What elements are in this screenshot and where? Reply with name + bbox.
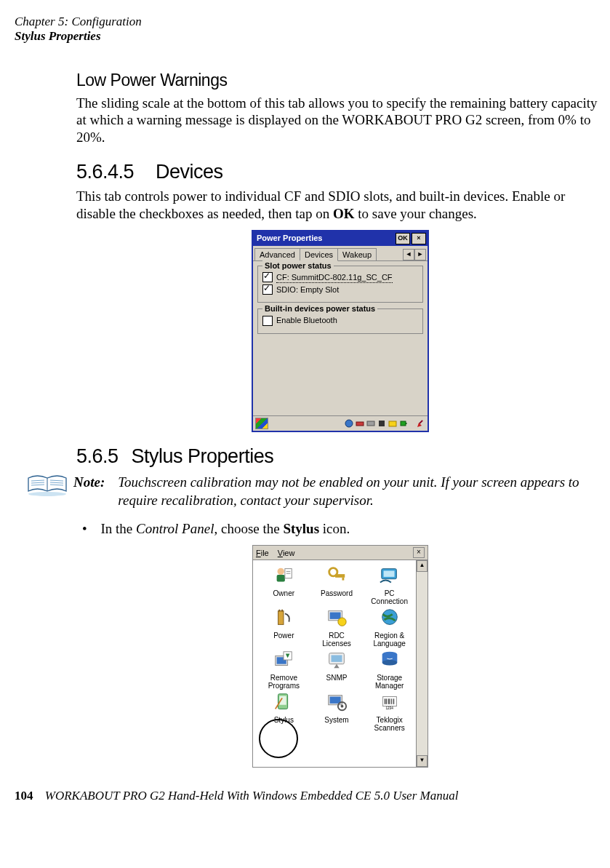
svg-rect-6 [406, 423, 407, 424]
tab-scroll-left-icon[interactable]: ◄ [403, 249, 414, 260]
label-cf-slot: CF: SummitDC-802.11g_SC_CF [276, 272, 393, 283]
taskbar [253, 415, 428, 431]
control-panel-window: File View × Owner Password [252, 545, 428, 768]
menubar: File View × [253, 546, 428, 560]
snmp-icon [324, 649, 349, 671]
note-label: Note: [73, 474, 105, 492]
heading-low-power: Low Power Warnings [76, 70, 604, 92]
tab-devices[interactable]: Devices [300, 248, 338, 261]
svg-rect-27 [279, 610, 281, 612]
svg-point-16 [278, 568, 284, 575]
checkbox-bluetooth[interactable] [262, 316, 273, 326]
svg-rect-23 [342, 578, 344, 581]
svg-rect-5 [401, 421, 406, 426]
footer: 104 WORKABOUT PRO G2 Hand-Held With Wind… [15, 788, 604, 804]
svg-point-0 [345, 420, 353, 427]
owner-icon [271, 565, 296, 586]
heading-devices-num: 5.6.4.5 [76, 159, 134, 185]
checkbox-sdio-slot[interactable] [262, 284, 273, 295]
heading-devices-title: Devices [156, 161, 223, 183]
para-devices: This tab controls power to individual CF… [76, 188, 604, 223]
header-chapter: Chapter 5: Configuration [15, 15, 142, 28]
storage-icon [377, 649, 402, 671]
svg-rect-2 [367, 421, 374, 426]
svg-point-31 [338, 618, 346, 626]
svg-rect-25 [383, 571, 394, 577]
svg-rect-17 [277, 575, 285, 581]
password-icon [324, 565, 349, 586]
ok-button[interactable]: OK [396, 233, 410, 244]
svg-rect-26 [278, 611, 284, 625]
menu-view[interactable]: View [278, 548, 295, 558]
svg-rect-1 [356, 422, 364, 426]
svg-point-32 [382, 610, 397, 625]
card-icon [366, 419, 375, 428]
svg-rect-38 [331, 656, 342, 662]
icon-system[interactable]: System [310, 691, 364, 732]
running-header: Chapter 5: Configuration Stylus Properti… [15, 15, 604, 44]
note-text: Touchscreen calibration may not be enabl… [118, 474, 604, 509]
svg-rect-8 [419, 420, 423, 424]
close-button[interactable]: × [413, 547, 425, 558]
tab-wakeup[interactable]: Wakeup [337, 248, 377, 260]
group-slot-power: Slot power status CF: SummitDC-802.11g_S… [257, 266, 423, 303]
icon-snmp[interactable]: SNMP [310, 649, 364, 690]
icon-pc-connection[interactable]: PC Connection [363, 565, 416, 605]
globe-icon [345, 419, 353, 428]
para-low-power: The sliding scale at the bottom of this … [76, 95, 604, 146]
titlebar: Power Properties OK × [253, 231, 428, 246]
icon-password[interactable]: Password [310, 565, 364, 605]
svg-point-41 [382, 660, 397, 666]
checkbox-cf-slot[interactable] [262, 272, 273, 282]
heading-stylus-num: 5.6.5 [76, 444, 119, 469]
window-title: Power Properties [257, 233, 394, 243]
plug-icon [377, 419, 386, 428]
heading-stylus-properties: 5.6.5Stylus Properties [76, 444, 604, 469]
note-book-icon [25, 474, 69, 497]
svg-rect-3 [379, 421, 385, 426]
rdc-icon [324, 607, 349, 629]
icon-storage-manager[interactable]: Storage Manager [363, 649, 416, 690]
svg-rect-22 [335, 574, 345, 578]
icon-power[interactable]: Power [257, 607, 310, 648]
tab-advanced[interactable]: Advanced [254, 248, 300, 260]
svg-rect-4 [389, 421, 396, 426]
scrollbar[interactable]: ▲ ▼ [416, 560, 428, 767]
icon-region-language[interactable]: Region & Language [363, 607, 416, 648]
label-sdio-slot: SDIO: Empty Slot [276, 284, 339, 295]
remove-programs-icon [271, 649, 296, 671]
scroll-down-icon[interactable]: ▼ [417, 755, 428, 767]
icon-remove-programs[interactable]: Remove Programs [257, 649, 310, 690]
system-icon [324, 691, 349, 713]
page-number: 104 [15, 789, 33, 803]
svg-rect-46 [330, 697, 341, 704]
icon-teklogix-scanners[interactable]: 1234 Teklogix Scanners [363, 691, 416, 732]
drive-icon [356, 419, 364, 428]
svg-text:1234: 1234 [385, 707, 393, 711]
power-properties-window: Power Properties OK × Advanced Devices W… [252, 230, 429, 432]
heading-stylus-title: Stylus Properties [132, 445, 274, 467]
svg-point-48 [341, 705, 344, 708]
scroll-up-icon[interactable]: ▲ [417, 560, 428, 572]
close-button[interactable]: × [412, 233, 426, 244]
tab-strip: Advanced Devices Wakeup ◄ ► [253, 246, 428, 261]
highlight-circle-icon [259, 719, 298, 758]
battery-icon [399, 419, 408, 428]
region-icon [377, 607, 402, 629]
pen-icon [417, 419, 425, 428]
heading-devices: 5.6.4.5Devices [76, 159, 604, 185]
icon-owner[interactable]: Owner [257, 565, 310, 605]
icon-rdc-licenses[interactable]: RDC Licenses [310, 607, 364, 648]
legend-builtin: Built-in devices power status [262, 303, 377, 314]
header-section: Stylus Properties [15, 29, 101, 43]
start-icon[interactable] [255, 418, 268, 429]
power-icon [271, 607, 296, 629]
footer-text: WORKABOUT PRO G2 Hand-Held With Windows … [45, 789, 459, 803]
menu-file[interactable]: File [256, 548, 269, 558]
bullet-choose-stylus: In the Control Panel, choose the Stylus … [97, 520, 604, 538]
label-bluetooth: Enable Bluetooth [276, 315, 337, 325]
tab-scroll-right-icon[interactable]: ► [414, 249, 426, 260]
folder-icon [388, 419, 397, 428]
svg-point-9 [28, 492, 66, 496]
svg-rect-28 [282, 610, 284, 612]
